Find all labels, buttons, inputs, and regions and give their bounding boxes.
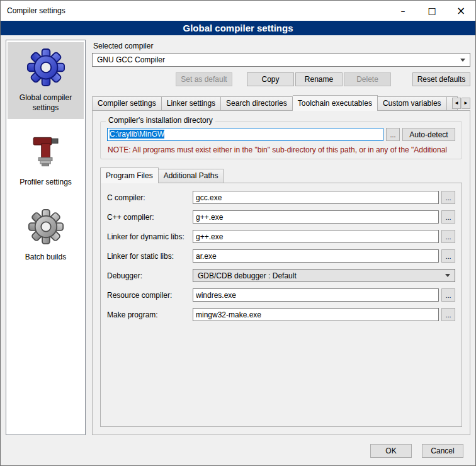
page-title: Global compiler settings (1, 21, 475, 35)
installation-directory-row: C:\raylib\MinGW ... Auto-detect (107, 128, 455, 141)
settings-category-list: Global compiler settings Profiler settin… (6, 40, 86, 435)
debugger-select[interactable]: GDB/CDB debugger : Default (193, 269, 455, 282)
auto-detect-button[interactable]: Auto-detect (402, 128, 455, 141)
compiler-settings-window: Compiler settings – □ × Global compiler … (0, 0, 476, 466)
program-files-tabstrip: Program Files Additional Paths (100, 168, 462, 183)
reset-defaults-button[interactable]: Reset defaults (412, 72, 470, 86)
browse-button[interactable]: ... (441, 249, 455, 263)
field-row-resource-compiler: Resource compiler: ... (107, 288, 455, 302)
minimize-icon[interactable]: – (388, 1, 417, 21)
resource-compiler-input[interactable] (193, 288, 439, 302)
field-row-make-program: Make program: ... (107, 308, 455, 321)
selected-compiler-value: GNU GCC Compiler (97, 55, 456, 64)
static-linker-input[interactable] (193, 249, 439, 263)
browse-button[interactable]: ... (441, 230, 455, 243)
window-controls: – □ × (388, 1, 475, 21)
installation-directory-value: C:\raylib\MinGW (110, 130, 164, 139)
field-row-c-compiler: C compiler: ... (107, 191, 455, 204)
c-compiler-label: C compiler: (107, 193, 190, 202)
c-compiler-input[interactable] (193, 191, 439, 204)
set-as-default-button[interactable]: Set as default (176, 72, 232, 86)
browse-button[interactable]: ... (441, 308, 455, 321)
installation-directory-group-title: Compiler's installation directory (106, 116, 215, 125)
main-panel: Selected compiler GNU GCC Compiler Set a… (92, 40, 470, 435)
tab-search-directories[interactable]: Search directories (221, 96, 293, 110)
profiler-tool-icon (26, 132, 66, 172)
tab-scroll-right-icon[interactable]: ► (462, 98, 470, 109)
static-linker-label: Linker for static libs: (107, 252, 190, 261)
field-row-static-linker: Linker for static libs: ... (107, 249, 455, 263)
sidebar-item-profiler-settings[interactable]: Profiler settings (8, 127, 84, 194)
installation-directory-group: Compiler's installation directory C:\ray… (100, 121, 462, 159)
tab-linker-settings[interactable]: Linker settings (162, 96, 221, 110)
compiler-actions: Set as default Copy Rename Delete Reset … (92, 72, 470, 86)
sidebar-item-label: Global compiler settings (9, 93, 82, 113)
field-row-debugger: Debugger: GDB/CDB debugger : Default (107, 269, 455, 282)
maximize-icon[interactable]: □ (417, 1, 446, 21)
make-program-label: Make program: (107, 310, 190, 319)
settings-tabstrip: Compiler settings Linker settings Search… (92, 95, 470, 110)
sidebar-item-label: Batch builds (9, 253, 82, 263)
dynamic-linker-label: Linker for dynamic libs: (107, 232, 190, 241)
delete-button[interactable]: Delete (344, 72, 391, 86)
toolchain-executables-panel: Compiler's installation directory C:\ray… (92, 110, 470, 435)
cpp-compiler-input[interactable] (193, 210, 439, 224)
sidebar-item-label: Profiler settings (9, 178, 82, 188)
ok-button[interactable]: OK (370, 444, 412, 458)
selected-compiler-select[interactable]: GNU GCC Compiler (92, 53, 470, 67)
chevron-down-icon (460, 59, 465, 62)
tab-program-files[interactable]: Program Files (100, 168, 159, 183)
debugger-value: GDB/CDB debugger : Default (198, 271, 441, 280)
chevron-down-icon (445, 274, 450, 277)
close-icon[interactable]: × (446, 1, 475, 21)
tab-toolchain-executables[interactable]: Toolchain executables (293, 95, 378, 111)
dialog-content: Global compiler settings Profiler settin… (1, 35, 475, 441)
rename-button[interactable]: Rename (295, 72, 343, 86)
make-program-input[interactable] (193, 308, 439, 321)
installation-directory-input[interactable]: C:\raylib\MinGW (107, 128, 383, 141)
cancel-button[interactable]: Cancel (422, 444, 463, 458)
tab-compiler-settings[interactable]: Compiler settings (92, 96, 162, 110)
directory-note: NOTE: All programs must exist either in … (108, 145, 455, 154)
tab-scroll-left-icon[interactable]: ◄ (452, 98, 461, 109)
blue-gear-icon (26, 47, 66, 88)
copy-button[interactable]: Copy (247, 72, 294, 86)
browse-button[interactable]: ... (441, 191, 455, 204)
browse-button[interactable]: ... (441, 210, 455, 224)
titlebar: Compiler settings – □ × (1, 1, 475, 21)
field-row-dynamic-linker: Linker for dynamic libs: ... (107, 230, 455, 243)
window-title: Compiler settings (1, 6, 65, 15)
dialog-footer: OK Cancel (1, 441, 475, 465)
resource-compiler-label: Resource compiler: (107, 291, 190, 300)
sidebar-item-batch-builds[interactable]: Batch builds (8, 202, 84, 269)
cpp-compiler-label: C++ compiler: (107, 213, 190, 222)
field-row-cpp-compiler: C++ compiler: ... (107, 210, 455, 224)
sidebar-item-global-compiler-settings[interactable]: Global compiler settings (8, 42, 84, 119)
program-files-panel: C compiler: ... C++ compiler: ... Linker… (100, 183, 462, 427)
tab-custom-variables[interactable]: Custom variables (378, 96, 447, 110)
tab-scroll-buttons: ◄ ► (452, 98, 470, 109)
selected-compiler-label: Selected compiler (93, 42, 470, 50)
gray-gear-icon (26, 207, 66, 247)
dynamic-linker-input[interactable] (193, 230, 439, 243)
browse-directory-button[interactable]: ... (386, 128, 400, 141)
debugger-label: Debugger: (107, 271, 190, 280)
tab-additional-paths[interactable]: Additional Paths (159, 169, 224, 183)
browse-button[interactable]: ... (441, 288, 455, 302)
